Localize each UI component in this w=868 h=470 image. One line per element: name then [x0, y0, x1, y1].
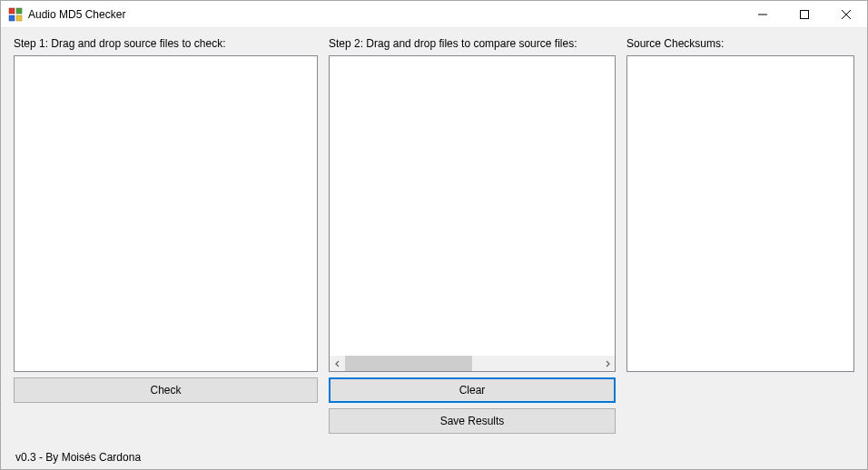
- app-icon: [8, 7, 23, 22]
- source-files-listbox[interactable]: [14, 55, 318, 372]
- svg-rect-2: [9, 15, 15, 21]
- svg-rect-1: [16, 8, 22, 14]
- scroll-track[interactable]: [345, 356, 599, 371]
- scroll-right-arrow[interactable]: [599, 356, 615, 371]
- step1-column: Step 1: Drag and drop source files to ch…: [14, 37, 318, 446]
- svg-rect-3: [16, 15, 22, 21]
- scroll-left-arrow[interactable]: [330, 356, 345, 371]
- titlebar[interactable]: Audio MD5 Checker: [1, 1, 867, 28]
- client-area: Step 1: Drag and drop source files to ch…: [1, 28, 867, 469]
- save-results-button[interactable]: Save Results: [329, 408, 616, 434]
- horizontal-scrollbar[interactable]: [330, 356, 615, 371]
- minimize-icon: [758, 10, 767, 19]
- close-button[interactable]: [825, 1, 867, 27]
- close-icon: [842, 10, 851, 19]
- maximize-icon: [800, 10, 809, 19]
- step1-label: Step 1: Drag and drop source files to ch…: [14, 37, 318, 52]
- main-columns: Step 1: Drag and drop source files to ch…: [14, 37, 854, 446]
- svg-rect-5: [801, 10, 809, 18]
- chevron-left-icon: [334, 360, 341, 367]
- scroll-thumb[interactable]: [345, 356, 472, 371]
- footer-text: v0.3 - By Moisés Cardona: [14, 446, 854, 465]
- maximize-button[interactable]: [784, 1, 825, 27]
- app-window: Audio MD5 Checker Step 1: Drag and drop …: [0, 0, 868, 470]
- check-button[interactable]: Check: [14, 377, 318, 403]
- window-title: Audio MD5 Checker: [28, 8, 742, 21]
- compare-files-listbox[interactable]: [329, 55, 616, 372]
- checksums-column: Source Checksums:: [626, 37, 854, 446]
- clear-button[interactable]: Clear: [329, 377, 616, 403]
- checksums-label: Source Checksums:: [626, 37, 854, 52]
- window-controls: [742, 1, 867, 27]
- svg-rect-0: [9, 8, 15, 14]
- checksums-listbox[interactable]: [626, 55, 854, 372]
- step2-column: Step 2: Drag and drop files to compare s…: [329, 37, 616, 446]
- minimize-button[interactable]: [742, 1, 784, 27]
- chevron-right-icon: [604, 360, 611, 367]
- step2-label: Step 2: Drag and drop files to compare s…: [329, 37, 616, 52]
